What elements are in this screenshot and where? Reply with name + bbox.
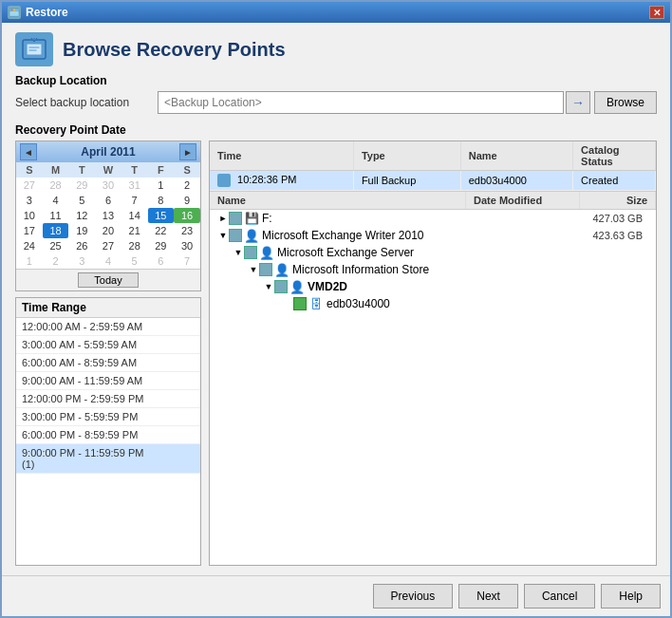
time-range-item[interactable]: 12:00:00 PM - 2:59:59 PM bbox=[16, 390, 200, 408]
col-catalog-status: CatalogStatus bbox=[573, 141, 656, 171]
recovery-point-date-label: Recovery Point Date bbox=[15, 123, 657, 137]
tree-arrow[interactable]: ▼ bbox=[233, 247, 244, 258]
cal-day[interactable]: 3 bbox=[68, 253, 95, 269]
tree-size: 423.63 GB bbox=[576, 230, 652, 241]
page-header: Browse Recovery Points bbox=[15, 32, 657, 66]
cal-day[interactable]: 9 bbox=[174, 193, 200, 208]
cal-day[interactable]: 19 bbox=[68, 223, 95, 238]
cal-day[interactable]: 12 bbox=[68, 208, 95, 223]
next-button[interactable]: Next bbox=[458, 584, 518, 609]
time-range-item[interactable]: 6:00:00 AM - 8:59:59 AM bbox=[16, 354, 200, 372]
time-range-item[interactable]: 6:00:00 PM - 8:59:59 PM bbox=[16, 426, 200, 444]
cal-day[interactable]: 29 bbox=[148, 238, 175, 253]
cal-day-15[interactable]: 15 bbox=[148, 208, 175, 223]
cal-day[interactable]: 2 bbox=[174, 178, 200, 193]
cal-day[interactable]: 27 bbox=[95, 238, 121, 253]
cal-day[interactable]: 3 bbox=[16, 193, 43, 208]
cal-day[interactable]: 30 bbox=[95, 178, 121, 193]
cal-day[interactable]: 2 bbox=[43, 253, 69, 269]
cal-day[interactable]: 4 bbox=[43, 193, 69, 208]
checkbox-icon bbox=[259, 263, 272, 276]
time-range-item-selected[interactable]: 9:00:00 PM - 11:59:59 PM(1) bbox=[16, 444, 200, 474]
cal-day[interactable]: 8 bbox=[148, 193, 175, 208]
page-title: Browse Recovery Points bbox=[63, 39, 286, 61]
cal-day-header-w: W bbox=[95, 162, 121, 178]
today-button[interactable]: Today bbox=[78, 272, 138, 288]
cal-day[interactable]: 28 bbox=[43, 178, 69, 193]
location-input[interactable] bbox=[158, 91, 564, 114]
cal-day[interactable]: 13 bbox=[95, 208, 121, 223]
cal-day[interactable]: 1 bbox=[16, 253, 43, 269]
time-range-item[interactable]: 12:00:00 AM - 2:59:59 AM bbox=[16, 318, 200, 336]
cal-day[interactable]: 21 bbox=[121, 223, 148, 238]
cal-day[interactable]: 31 bbox=[121, 178, 148, 193]
help-button[interactable]: Help bbox=[601, 584, 661, 609]
recovery-row[interactable]: 10:28:36 PM Full Backup edb03u4000 Creat… bbox=[210, 171, 656, 191]
cal-day[interactable]: 20 bbox=[95, 223, 121, 238]
cal-day[interactable]: 1 bbox=[148, 178, 175, 193]
col-time: Time bbox=[210, 141, 353, 171]
tree-label: F: bbox=[262, 212, 576, 225]
calendar-header: ◄ April 2011 ► bbox=[16, 141, 200, 162]
cal-day[interactable]: 10 bbox=[16, 208, 43, 223]
cal-day[interactable]: 11 bbox=[43, 208, 69, 223]
cal-day-header-s: S bbox=[16, 162, 43, 178]
tree-item-edb[interactable]: 🗄 edb03u4000 bbox=[210, 295, 656, 312]
time-range-item[interactable]: 3:00:00 PM - 5:59:59 PM bbox=[16, 408, 200, 426]
go-button[interactable]: → bbox=[566, 91, 590, 114]
cal-day[interactable]: 29 bbox=[68, 178, 95, 193]
tree-item-exchange-writer[interactable]: ▼ 👤 Microsoft Exchange Writer 2010 423.6… bbox=[210, 227, 656, 244]
cal-day[interactable]: 14 bbox=[121, 208, 148, 223]
col-date-modified-header: Date Modified bbox=[466, 192, 580, 209]
svg-rect-4 bbox=[27, 44, 42, 55]
cal-day[interactable]: 22 bbox=[148, 223, 175, 238]
tree-item-vmd2d[interactable]: ▼ 👤 VMD2D bbox=[210, 278, 656, 295]
cal-day[interactable]: 30 bbox=[174, 238, 200, 253]
tree-item-exchange-server[interactable]: ▼ 👤 Microsoft Exchange Server bbox=[210, 244, 656, 261]
checkbox-icon bbox=[274, 280, 288, 293]
cal-day-header-f: F bbox=[148, 162, 175, 178]
browse-button[interactable]: Browse bbox=[594, 91, 657, 114]
cal-day[interactable]: 26 bbox=[68, 238, 95, 253]
tree-item-f-drive[interactable]: ► 💾 F: 427.03 GB bbox=[210, 210, 656, 227]
tree-arrow[interactable]: ▼ bbox=[217, 230, 229, 241]
checkbox-full-icon bbox=[293, 297, 307, 310]
drive-icon: 💾 bbox=[244, 212, 259, 225]
cal-day-16[interactable]: 16 bbox=[174, 208, 200, 223]
cal-day[interactable]: 4 bbox=[95, 253, 121, 269]
time-range-item[interactable]: 3:00:00 AM - 5:59:59 AM bbox=[16, 336, 200, 354]
cal-day[interactable]: 7 bbox=[174, 253, 200, 269]
right-panel: Time Type Name CatalogStatus 10:28:36 PM bbox=[209, 140, 657, 566]
cal-day[interactable]: 25 bbox=[43, 238, 69, 253]
close-button[interactable]: ✕ bbox=[649, 6, 664, 19]
previous-button[interactable]: Previous bbox=[373, 584, 454, 609]
cal-day[interactable]: 27 bbox=[16, 178, 43, 193]
recovery-name: edb03u4000 bbox=[460, 171, 572, 191]
time-range-item[interactable]: 9:00:00 AM - 11:59:59 AM bbox=[16, 372, 200, 390]
cancel-button[interactable]: Cancel bbox=[524, 584, 595, 609]
calendar-prev-button[interactable]: ◄ bbox=[20, 143, 37, 160]
cal-day-18[interactable]: 18 bbox=[43, 223, 69, 238]
calendar-next-button[interactable]: ► bbox=[179, 143, 196, 160]
tree-arrow[interactable]: ► bbox=[217, 213, 229, 224]
cal-day[interactable]: 28 bbox=[121, 238, 148, 253]
cal-day-header-t: T bbox=[68, 162, 95, 178]
tree-item-info-store[interactable]: ▼ 👤 Microsoft Information Store bbox=[210, 261, 656, 278]
cal-day[interactable]: 24 bbox=[16, 238, 43, 253]
cal-day[interactable]: 17 bbox=[16, 223, 43, 238]
cal-day[interactable]: 7 bbox=[121, 193, 148, 208]
recovery-time: 10:28:36 PM bbox=[210, 171, 353, 191]
tree-arrow[interactable]: ▼ bbox=[248, 264, 259, 275]
recovery-status: Created bbox=[573, 171, 656, 191]
cal-day[interactable]: 6 bbox=[148, 253, 175, 269]
calendar: ◄ April 2011 ► S M T W T F bbox=[15, 140, 201, 291]
left-panel: ◄ April 2011 ► S M T W T F bbox=[15, 140, 201, 566]
col-type: Type bbox=[353, 141, 460, 171]
tree-arrow[interactable]: ▼ bbox=[263, 281, 274, 292]
tree-label: VMD2D bbox=[308, 280, 576, 293]
cal-day[interactable]: 6 bbox=[95, 193, 121, 208]
tree-label: edb03u4000 bbox=[327, 297, 576, 310]
cal-day[interactable]: 23 bbox=[174, 223, 200, 238]
cal-day[interactable]: 5 bbox=[121, 253, 148, 269]
cal-day[interactable]: 5 bbox=[68, 193, 95, 208]
